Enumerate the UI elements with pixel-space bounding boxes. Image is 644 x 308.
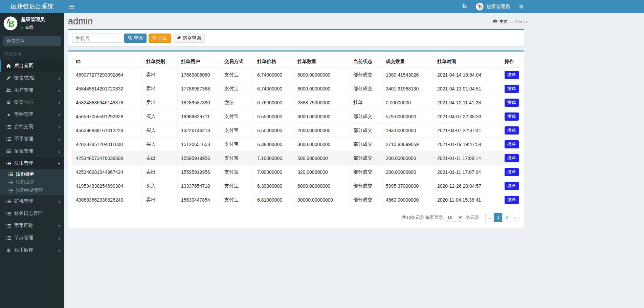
table-cell: 2021-01-19 19:47:54	[434, 138, 501, 151]
sidebar-item-label: 币币管理	[14, 136, 33, 142]
table-cell: 400683662338826240	[72, 193, 143, 207]
sidebar-item-label: 矿机管理	[14, 198, 33, 204]
pager-prev[interactable]: «	[485, 213, 494, 222]
sidebar-item-fiat-mgmt[interactable]: 法币管理‹	[0, 157, 64, 169]
sidebar-item-label: 后台首页	[14, 63, 33, 69]
cancel-order-button[interactable]: 撤单	[505, 182, 519, 190]
sidebar-item-settings-center[interactable]: ⚙设置中心‹	[0, 96, 64, 108]
query-button[interactable]: 查询	[124, 34, 147, 43]
pager-page-2[interactable]: 2	[502, 213, 511, 222]
column-header: 交易方式	[221, 56, 254, 68]
column-header: 挂单时间	[434, 56, 501, 68]
table-cell: 支付宝	[221, 165, 254, 179]
sidebar-toggle-button[interactable]	[64, 0, 79, 13]
breadcrumb-separator: >	[510, 19, 512, 24]
cancel-order-button[interactable]: 撤单	[505, 154, 519, 162]
sidebar-item-fiat-appeals[interactable]: 法币申诉管理	[0, 186, 64, 194]
align-icon	[5, 149, 12, 153]
table-cell: 支付宝	[221, 68, 254, 82]
sidebar-item-message-mgmt[interactable]: 留言管理‹	[0, 145, 64, 157]
sidebar-item-miner-mgmt[interactable]: 矿机管理‹	[0, 195, 64, 207]
app-brand[interactable]: 区块链后台系统	[0, 0, 64, 13]
dashboard-icon	[493, 19, 497, 24]
sidebar-item-label: 法币管理	[14, 160, 33, 166]
table-cell: 6000.00000000	[294, 179, 350, 193]
table-cell: 3401.91988130	[382, 82, 434, 96]
table-cell: 部分成交	[350, 179, 382, 193]
navbar-user-name: 超级管理员	[486, 4, 510, 10]
breadcrumb-home-link[interactable]: 主页	[493, 19, 508, 25]
sidebar-item-contract-trade[interactable]: 合约交易‹	[0, 121, 64, 133]
breadcrumb: 主页 > Admin	[493, 19, 527, 25]
table-cell: 支付宝	[221, 138, 254, 151]
chevron-left-icon: ‹	[58, 235, 61, 241]
cancel-order-button[interactable]: 撤单	[505, 71, 519, 79]
sidebar-item-label: 留言管理	[14, 148, 33, 154]
column-header: 当前状态	[350, 56, 382, 68]
cancel-order-button[interactable]: 撤单	[505, 126, 519, 135]
table-cell: 15595919956	[178, 165, 221, 179]
pager-page-1[interactable]: 1	[494, 213, 503, 222]
table-cell: 买入	[143, 138, 178, 151]
nav-header: 导航菜单	[0, 47, 64, 60]
table-cell: 支付宝	[221, 179, 254, 193]
sidebar-item-label: 链接/文档	[14, 75, 35, 81]
pager-next[interactable]: »	[511, 213, 519, 222]
table-cell: 部分成交	[350, 138, 382, 151]
table-cell: 2888.75000000	[294, 96, 350, 110]
sidebar-item-fiat-deals[interactable]: 法币成交	[0, 178, 64, 186]
page-title: admin	[68, 16, 93, 27]
table-cell: 193.00000000	[382, 124, 434, 138]
sidebar-item-label: 节点管理	[14, 235, 33, 241]
sidebar-item-fiat-orders[interactable]: 法币挂单	[0, 170, 64, 178]
table-cell: 6.39000000	[254, 179, 294, 193]
table-cell: 17689806060	[178, 68, 221, 82]
cancel-order-button[interactable]: 撤单	[505, 196, 519, 204]
phone-number-input[interactable]	[72, 34, 122, 43]
cancel-order-button[interactable]: 撤单	[505, 85, 519, 93]
menu-search-input[interactable]	[3, 36, 64, 46]
list-icon	[5, 212, 12, 215]
sidebar-item-dual-coin-pledge[interactable]: ฿双币质押‹	[0, 244, 64, 256]
sidebar-item-coin-finance[interactable]: 币币理财‹	[0, 220, 64, 232]
table-cell: 458445814201720832	[72, 82, 143, 96]
sidebar-item-label: 法币申诉管理	[16, 187, 43, 193]
cancel-order-button[interactable]: 撤单	[505, 140, 519, 148]
table-cell: 459077277293092864	[72, 68, 143, 82]
chevron-left-icon: ‹	[58, 247, 61, 253]
clear-query-button[interactable]: 清空查询	[173, 34, 205, 43]
list-icon	[5, 224, 12, 228]
sidebar-item-links-docs[interactable]: 链接/文档‹	[0, 72, 64, 84]
records-total-label: 共16条记录 每页显示	[402, 214, 443, 221]
refresh-button[interactable]: ↻	[458, 0, 471, 13]
table-row: 425348573476036608卖出15595919956支付宝7.1000…	[72, 151, 520, 165]
user-menu[interactable]: B 超级管理员	[471, 0, 514, 13]
sidebar-item-coin-coin-mgmt[interactable]: 币币管理‹	[0, 133, 64, 145]
table-cell: 部分成交	[350, 165, 382, 179]
sidebar-item-node-mgmt[interactable]: 节点管理‹	[0, 232, 64, 244]
table-cell: 买入	[143, 124, 178, 138]
settings-button[interactable]: ⚙	[514, 0, 528, 13]
sidebar-item-coin-type-mgmt[interactable]: ●币种管理‹	[0, 108, 64, 121]
table-cell: 2020-11-04 15:38:41	[434, 193, 501, 207]
users-icon	[5, 88, 12, 92]
cancel-order-button[interactable]: 撤单	[505, 168, 519, 176]
table-cell: 419594838254690304	[72, 179, 143, 193]
cancel-order-button[interactable]: 撤单	[505, 99, 519, 107]
table-cell: 部分成交	[350, 151, 382, 165]
table-cell-actions: 撤单	[501, 179, 520, 193]
cancel-order-button[interactable]: 撤单	[505, 112, 519, 121]
chevron-left-icon: ‹	[58, 112, 61, 118]
sidebar-menu: 后台首页链接/文档‹用户管理‹⚙设置中心‹●币种管理‹合约交易‹币币管理‹留言管…	[0, 60, 64, 256]
sidebar-item-user-mgmt[interactable]: 用户管理‹	[0, 84, 64, 96]
table-cell-actions: 撤单	[501, 193, 520, 207]
export-button[interactable]: 导出	[149, 34, 171, 43]
per-page-select[interactable]: 10	[446, 213, 463, 222]
table-cell: 2021-04-07 22:37:41	[434, 124, 501, 138]
table-cell: 458243636946149376	[72, 96, 143, 110]
table-cell: 200.00000000	[382, 151, 434, 165]
sidebar-item-home[interactable]: 后台首页	[0, 60, 64, 72]
table-cell: 6.81000000	[254, 193, 294, 207]
table-cell: 支付宝	[221, 110, 254, 124]
sidebar-item-finance-log-mgmt[interactable]: 财务日志管理	[0, 207, 64, 220]
